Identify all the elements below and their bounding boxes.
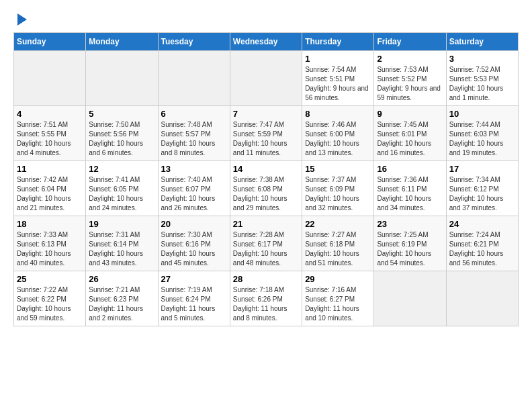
calendar-cell bbox=[86, 51, 158, 106]
day-info: Sunrise: 7:48 AMSunset: 5:57 PMDaylight:… bbox=[161, 120, 227, 158]
day-info: Sunrise: 7:42 AMSunset: 6:04 PMDaylight:… bbox=[17, 175, 83, 213]
calendar-cell: 26Sunrise: 7:21 AMSunset: 6:23 PMDayligh… bbox=[86, 271, 158, 326]
calendar-week-row: 4Sunrise: 7:51 AMSunset: 5:55 PMDaylight… bbox=[14, 106, 519, 161]
calendar-cell: 9Sunrise: 7:45 AMSunset: 6:01 PMDaylight… bbox=[374, 106, 446, 161]
day-info: Sunrise: 7:34 AMSunset: 6:12 PMDaylight:… bbox=[449, 175, 515, 213]
day-info: Sunrise: 7:31 AMSunset: 6:14 PMDaylight:… bbox=[89, 230, 154, 268]
day-info: Sunrise: 7:46 AMSunset: 6:00 PMDaylight:… bbox=[305, 120, 371, 158]
day-number: 8 bbox=[305, 109, 371, 119]
day-info: Sunrise: 7:28 AMSunset: 6:17 PMDaylight:… bbox=[233, 230, 299, 268]
day-number: 9 bbox=[377, 109, 443, 119]
day-info: Sunrise: 7:18 AMSunset: 6:26 PMDaylight:… bbox=[233, 285, 299, 323]
calendar-cell: 28Sunrise: 7:18 AMSunset: 6:26 PMDayligh… bbox=[230, 271, 302, 326]
calendar-cell: 3Sunrise: 7:52 AMSunset: 5:53 PMDaylight… bbox=[446, 51, 518, 106]
weekday-header-saturday: Saturday bbox=[446, 33, 518, 51]
day-info: Sunrise: 7:52 AMSunset: 5:53 PMDaylight:… bbox=[449, 65, 515, 103]
day-number: 7 bbox=[233, 109, 299, 119]
day-number: 20 bbox=[161, 219, 227, 229]
calendar-cell: 1Sunrise: 7:54 AMSunset: 5:51 PMDaylight… bbox=[302, 51, 374, 106]
calendar-cell: 22Sunrise: 7:27 AMSunset: 6:18 PMDayligh… bbox=[302, 216, 374, 271]
day-number: 25 bbox=[17, 274, 83, 284]
calendar-cell: 27Sunrise: 7:19 AMSunset: 6:24 PMDayligh… bbox=[158, 271, 230, 326]
calendar-cell: 24Sunrise: 7:24 AMSunset: 6:21 PMDayligh… bbox=[446, 216, 518, 271]
day-number: 29 bbox=[305, 274, 371, 284]
day-info: Sunrise: 7:37 AMSunset: 6:09 PMDaylight:… bbox=[305, 175, 371, 213]
day-number: 15 bbox=[305, 164, 371, 174]
day-number: 23 bbox=[377, 219, 443, 229]
day-number: 6 bbox=[161, 109, 227, 119]
day-number: 22 bbox=[305, 219, 371, 229]
weekday-header-monday: Monday bbox=[86, 33, 158, 51]
day-info: Sunrise: 7:51 AMSunset: 5:55 PMDaylight:… bbox=[17, 120, 83, 158]
day-number: 4 bbox=[17, 109, 83, 119]
calendar-cell: 11Sunrise: 7:42 AMSunset: 6:04 PMDayligh… bbox=[14, 161, 86, 216]
day-info: Sunrise: 7:45 AMSunset: 6:01 PMDaylight:… bbox=[377, 120, 443, 158]
day-info: Sunrise: 7:54 AMSunset: 5:51 PMDaylight:… bbox=[305, 65, 371, 103]
day-number: 17 bbox=[449, 164, 515, 174]
day-number: 27 bbox=[161, 274, 227, 284]
day-info: Sunrise: 7:50 AMSunset: 5:56 PMDaylight:… bbox=[89, 120, 154, 158]
calendar-cell: 25Sunrise: 7:22 AMSunset: 6:22 PMDayligh… bbox=[14, 271, 86, 326]
day-number: 21 bbox=[233, 219, 299, 229]
day-number: 28 bbox=[233, 274, 299, 284]
weekday-header-friday: Friday bbox=[374, 33, 446, 51]
day-info: Sunrise: 7:41 AMSunset: 6:05 PMDaylight:… bbox=[89, 175, 154, 213]
calendar-cell: 8Sunrise: 7:46 AMSunset: 6:00 PMDaylight… bbox=[302, 106, 374, 161]
day-number: 18 bbox=[17, 219, 83, 229]
day-number: 12 bbox=[89, 164, 154, 174]
day-number: 19 bbox=[89, 219, 154, 229]
calendar-cell: 10Sunrise: 7:44 AMSunset: 6:03 PMDayligh… bbox=[446, 106, 518, 161]
calendar-cell bbox=[158, 51, 230, 106]
day-info: Sunrise: 7:22 AMSunset: 6:22 PMDaylight:… bbox=[17, 285, 83, 323]
calendar-week-row: 11Sunrise: 7:42 AMSunset: 6:04 PMDayligh… bbox=[14, 161, 519, 216]
day-info: Sunrise: 7:24 AMSunset: 6:21 PMDaylight:… bbox=[449, 230, 515, 268]
weekday-header-thursday: Thursday bbox=[302, 33, 374, 51]
calendar-cell: 13Sunrise: 7:40 AMSunset: 6:07 PMDayligh… bbox=[158, 161, 230, 216]
calendar-cell: 15Sunrise: 7:37 AMSunset: 6:09 PMDayligh… bbox=[302, 161, 374, 216]
calendar-cell: 20Sunrise: 7:30 AMSunset: 6:16 PMDayligh… bbox=[158, 216, 230, 271]
day-info: Sunrise: 7:36 AMSunset: 6:11 PMDaylight:… bbox=[377, 175, 443, 213]
calendar-cell: 16Sunrise: 7:36 AMSunset: 6:11 PMDayligh… bbox=[374, 161, 446, 216]
day-number: 14 bbox=[233, 164, 299, 174]
day-number: 26 bbox=[89, 274, 154, 284]
calendar-week-row: 1Sunrise: 7:54 AMSunset: 5:51 PMDaylight… bbox=[14, 51, 519, 106]
calendar-week-row: 25Sunrise: 7:22 AMSunset: 6:22 PMDayligh… bbox=[14, 271, 519, 326]
calendar-cell bbox=[374, 271, 446, 326]
day-info: Sunrise: 7:16 AMSunset: 6:27 PMDaylight:… bbox=[305, 285, 371, 323]
weekday-header-tuesday: Tuesday bbox=[158, 33, 230, 51]
calendar-table: SundayMondayTuesdayWednesdayThursdayFrid… bbox=[13, 32, 519, 326]
calendar-cell bbox=[446, 271, 518, 326]
day-info: Sunrise: 7:38 AMSunset: 6:08 PMDaylight:… bbox=[233, 175, 299, 213]
calendar-cell: 17Sunrise: 7:34 AMSunset: 6:12 PMDayligh… bbox=[446, 161, 518, 216]
day-number: 13 bbox=[161, 164, 227, 174]
weekday-header-sunday: Sunday bbox=[14, 33, 86, 51]
day-number: 16 bbox=[377, 164, 443, 174]
calendar-cell: 7Sunrise: 7:47 AMSunset: 5:59 PMDaylight… bbox=[230, 106, 302, 161]
calendar-cell: 19Sunrise: 7:31 AMSunset: 6:14 PMDayligh… bbox=[86, 216, 158, 271]
day-number: 2 bbox=[377, 54, 443, 64]
logo bbox=[13, 13, 27, 26]
day-info: Sunrise: 7:25 AMSunset: 6:19 PMDaylight:… bbox=[377, 230, 443, 268]
day-info: Sunrise: 7:27 AMSunset: 6:18 PMDaylight:… bbox=[305, 230, 371, 268]
day-info: Sunrise: 7:47 AMSunset: 5:59 PMDaylight:… bbox=[233, 120, 299, 158]
day-info: Sunrise: 7:44 AMSunset: 6:03 PMDaylight:… bbox=[449, 120, 515, 158]
day-info: Sunrise: 7:33 AMSunset: 6:13 PMDaylight:… bbox=[17, 230, 83, 268]
calendar-week-row: 18Sunrise: 7:33 AMSunset: 6:13 PMDayligh… bbox=[14, 216, 519, 271]
weekday-header-row: SundayMondayTuesdayWednesdayThursdayFrid… bbox=[14, 33, 519, 51]
page-header bbox=[13, 13, 519, 26]
day-number: 10 bbox=[449, 109, 515, 119]
day-number: 3 bbox=[449, 54, 515, 64]
calendar-cell bbox=[230, 51, 302, 106]
calendar-cell: 23Sunrise: 7:25 AMSunset: 6:19 PMDayligh… bbox=[374, 216, 446, 271]
calendar-cell: 2Sunrise: 7:53 AMSunset: 5:52 PMDaylight… bbox=[374, 51, 446, 106]
day-info: Sunrise: 7:30 AMSunset: 6:16 PMDaylight:… bbox=[161, 230, 227, 268]
day-number: 11 bbox=[17, 164, 83, 174]
logo-arrow-icon bbox=[17, 13, 27, 26]
calendar-cell: 4Sunrise: 7:51 AMSunset: 5:55 PMDaylight… bbox=[14, 106, 86, 161]
day-number: 1 bbox=[305, 54, 371, 64]
day-info: Sunrise: 7:21 AMSunset: 6:23 PMDaylight:… bbox=[89, 285, 154, 323]
calendar-cell: 14Sunrise: 7:38 AMSunset: 6:08 PMDayligh… bbox=[230, 161, 302, 216]
calendar-cell: 12Sunrise: 7:41 AMSunset: 6:05 PMDayligh… bbox=[86, 161, 158, 216]
day-info: Sunrise: 7:19 AMSunset: 6:24 PMDaylight:… bbox=[161, 285, 227, 323]
calendar-cell: 18Sunrise: 7:33 AMSunset: 6:13 PMDayligh… bbox=[14, 216, 86, 271]
